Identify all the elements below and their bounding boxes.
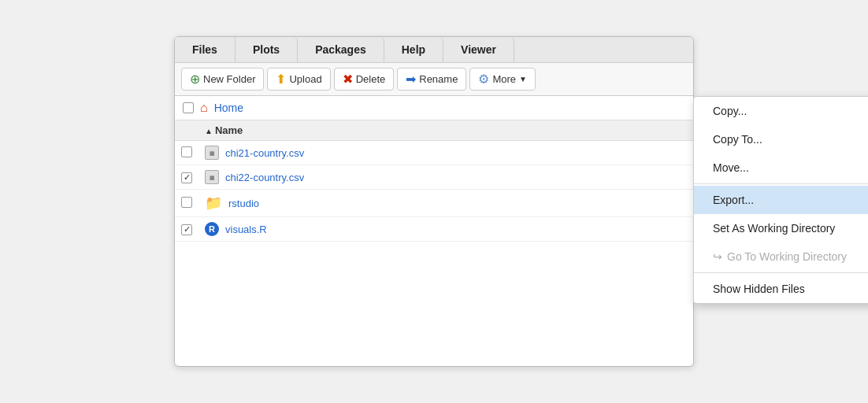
breadcrumb: ⌂ Home bbox=[175, 96, 693, 120]
col-name[interactable]: ▲Name bbox=[198, 120, 693, 141]
breadcrumb-home-link[interactable]: Home bbox=[214, 102, 243, 114]
tab-packages[interactable]: Packages bbox=[298, 37, 384, 62]
folder-icon-1: 📁 bbox=[205, 194, 222, 212]
file-link-1[interactable]: chi21-country.csv bbox=[225, 147, 304, 159]
tab-plots[interactable]: Plots bbox=[236, 37, 298, 62]
more-button[interactable]: ⚙ More ▼ bbox=[469, 68, 536, 91]
menu-item-move[interactable]: Move... bbox=[694, 153, 868, 182]
menu-divider-2 bbox=[694, 272, 868, 273]
delete-label: Delete bbox=[356, 73, 386, 85]
file-checkbox-3[interactable] bbox=[181, 197, 192, 208]
export-label: Export... bbox=[713, 194, 754, 206]
rename-button[interactable]: ➡ Rename bbox=[397, 68, 466, 91]
new-folder-icon: ⊕ bbox=[190, 72, 200, 87]
file-checkbox-1[interactable] bbox=[181, 146, 192, 157]
toolbar: ⊕ New Folder ⬆ Upload ✖ Delete ➡ Rename … bbox=[175, 63, 693, 96]
tab-bar: Files Plots Packages Help Viewer bbox=[175, 37, 693, 63]
file-link-2[interactable]: chi22-country.csv bbox=[225, 172, 304, 183]
tab-files[interactable]: Files bbox=[175, 37, 236, 62]
csv-icon-1: ▦ bbox=[205, 146, 219, 160]
menu-item-export[interactable]: Export... Export selected files or folde… bbox=[694, 186, 868, 214]
menu-item-show-hidden[interactable]: Show Hidden Files bbox=[694, 275, 868, 303]
csv-icon-2: ▦ bbox=[205, 170, 219, 184]
file-checkbox-2[interactable]: ✓ bbox=[181, 172, 192, 183]
home-icon: ⌂ bbox=[200, 101, 208, 115]
table-header-row: ▲Name bbox=[175, 120, 693, 141]
table-row: ▦ chi21-country.csv bbox=[175, 141, 693, 165]
menu-item-copy[interactable]: Copy... bbox=[694, 97, 868, 125]
delete-button[interactable]: ✖ Delete bbox=[334, 68, 395, 91]
upload-label: Upload bbox=[289, 73, 321, 85]
sort-arrow-icon: ▲ bbox=[205, 127, 213, 135]
gear-icon: ⚙ bbox=[478, 72, 489, 87]
more-dropdown-menu: Copy... Copy To... Move... Export... Exp… bbox=[693, 96, 868, 304]
new-folder-label: New Folder bbox=[203, 73, 255, 85]
breadcrumb-checkbox[interactable] bbox=[183, 102, 194, 113]
rename-icon: ➡ bbox=[406, 72, 416, 87]
upload-button[interactable]: ⬆ Upload bbox=[267, 68, 330, 91]
file-link-4[interactable]: visuals.R bbox=[225, 224, 267, 235]
go-working-dir-icon: ↪ bbox=[713, 250, 722, 263]
menu-item-copy-to[interactable]: Copy To... bbox=[694, 125, 868, 153]
upload-icon: ⬆ bbox=[276, 72, 286, 87]
menu-item-go-working-dir: ↪ Go To Working Directory bbox=[694, 242, 868, 271]
tab-help[interactable]: Help bbox=[384, 37, 443, 62]
table-row: ✓ ▦ chi22-country.csv bbox=[175, 165, 693, 190]
delete-icon: ✖ bbox=[343, 72, 353, 87]
more-label: More bbox=[492, 73, 516, 85]
col-checkbox bbox=[175, 120, 198, 141]
menu-item-set-working-dir[interactable]: Set As Working Directory bbox=[694, 214, 868, 242]
rename-label: Rename bbox=[419, 73, 458, 85]
file-checkbox-4[interactable]: ✓ bbox=[181, 224, 192, 235]
file-table: ▲Name ▦ chi21-country.csv ✓ bbox=[175, 120, 693, 242]
table-row: 📁 rstudio bbox=[175, 190, 693, 217]
new-folder-button[interactable]: ⊕ New Folder bbox=[181, 68, 264, 91]
go-working-dir-label: Go To Working Directory bbox=[727, 250, 847, 263]
file-link-3[interactable]: rstudio bbox=[228, 198, 259, 209]
files-panel: Files Plots Packages Help Viewer ⊕ New F… bbox=[174, 36, 694, 367]
r-icon-1: R bbox=[205, 222, 219, 236]
menu-divider-1 bbox=[694, 183, 868, 184]
tab-viewer[interactable]: Viewer bbox=[443, 37, 514, 62]
table-row: ✓ R visuals.R bbox=[175, 217, 693, 242]
chevron-down-icon: ▼ bbox=[519, 75, 527, 83]
